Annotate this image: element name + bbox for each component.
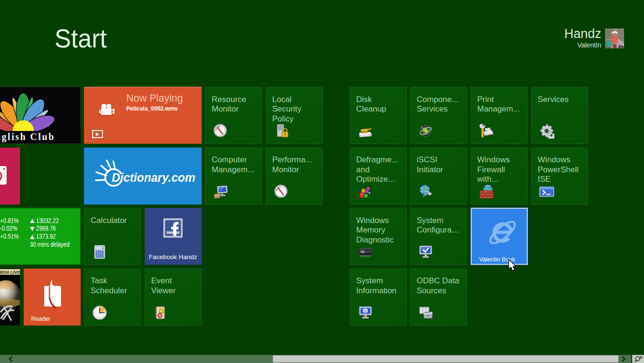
svg-text:BOX LIVE°: BOX LIVE°: [0, 270, 20, 274]
svg-text:Dictionary.com: Dictionary.com: [112, 171, 196, 184]
svg-text:English Club: English Club: [0, 131, 55, 142]
svg-text:8: 8: [102, 247, 103, 250]
